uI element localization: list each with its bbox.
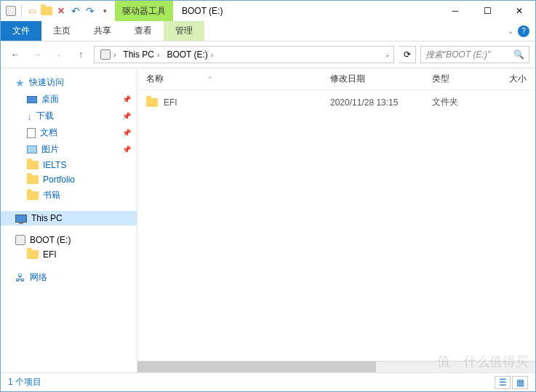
column-headers: 名称⌃ 修改日期 类型 大小 (137, 68, 535, 90)
maximize-button[interactable]: ☐ (471, 1, 503, 21)
horizontal-scrollbar[interactable] (137, 361, 535, 372)
tab-view[interactable]: 查看 (123, 21, 164, 41)
drive-icon (15, 235, 25, 245)
breadcrumb-root-icon[interactable]: › (97, 49, 119, 60)
nav-efi[interactable]: EFI (1, 247, 137, 262)
view-icons-button[interactable]: ▦ (512, 376, 528, 389)
view-details-button[interactable]: ☰ (495, 376, 511, 389)
desktop-icon (27, 96, 37, 103)
collapse-ribbon-icon[interactable]: ⌄ (508, 27, 513, 35)
search-placeholder: 搜索"BOOT (E:)" (425, 49, 490, 61)
pc-icon (15, 215, 27, 223)
search-icon[interactable]: 🔍 (513, 49, 524, 60)
pin-icon: 📌 (122, 129, 131, 137)
drive-icon (5, 5, 17, 17)
file-date: 2020/11/28 13:15 (330, 97, 432, 108)
recent-dropdown-icon[interactable]: ⌄ (50, 46, 68, 63)
col-date[interactable]: 修改日期 (330, 73, 432, 85)
minimize-button[interactable]: ─ (439, 1, 471, 21)
pin-icon: 📌 (122, 145, 131, 153)
navigation-pane: ★快速访问 桌面📌 ↓下载📌 文档📌 图片📌 IELTS Portfolio 书… (1, 68, 137, 372)
tab-manage[interactable]: 管理 (164, 21, 204, 41)
up-button[interactable]: ↑ (72, 46, 89, 63)
nav-documents[interactable]: 文档📌 (1, 124, 137, 141)
tab-share[interactable]: 共享 (82, 21, 123, 41)
redo-icon[interactable]: ↷ (84, 5, 96, 17)
window-controls: ─ ☐ ✕ (439, 1, 535, 21)
close-button[interactable]: ✕ (503, 1, 535, 21)
search-input[interactable]: 搜索"BOOT (E:)" 🔍 (420, 46, 529, 63)
download-icon: ↓ (27, 111, 32, 122)
item-count: 1 个项目 (8, 376, 41, 388)
folder-icon (27, 175, 39, 184)
file-list: EFI 2020/11/28 13:15 文件夹 (137, 90, 535, 361)
title-bar: ▭ ✕ ↶ ↷ ▾ 驱动器工具 BOOT (E:) ─ ☐ ✕ (1, 1, 535, 21)
network-icon: 🖧 (15, 272, 25, 284)
help-icon[interactable]: ? (518, 25, 529, 37)
back-button[interactable]: ← (7, 46, 24, 63)
col-type[interactable]: 类型 (432, 73, 490, 85)
file-name: EFI (164, 97, 177, 108)
picture-icon (27, 145, 37, 153)
breadcrumb-seg-pc[interactable]: This PC› (120, 49, 162, 60)
delete-icon[interactable]: ✕ (55, 5, 67, 17)
address-bar: ← → ⌄ ↑ › This PC› BOOT (E:)› ⌄ ⟳ 搜索"BOO… (1, 41, 535, 68)
folder-icon (146, 98, 158, 107)
ribbon-tabs: 文件 主页 共享 查看 管理 ⌄ ? (1, 21, 535, 41)
tab-home[interactable]: 主页 (41, 21, 82, 41)
folder-icon (27, 191, 39, 200)
pin-icon: 📌 (122, 112, 131, 120)
nav-network[interactable]: 🖧网络 (1, 269, 137, 286)
forward-button[interactable]: → (28, 46, 46, 63)
list-item[interactable]: EFI 2020/11/28 13:15 文件夹 (137, 93, 535, 111)
nav-portfolio[interactable]: Portfolio (1, 172, 137, 187)
nav-downloads[interactable]: ↓下载📌 (1, 108, 137, 124)
refresh-button[interactable]: ⟳ (399, 46, 416, 63)
document-icon (27, 128, 36, 138)
qat-dropdown-icon[interactable]: ▾ (99, 5, 111, 17)
nav-this-pc[interactable]: This PC (1, 211, 137, 225)
file-type: 文件夹 (432, 96, 490, 108)
star-icon: ★ (15, 77, 25, 89)
nav-ielts[interactable]: IELTS (1, 158, 137, 172)
content-pane: 名称⌃ 修改日期 类型 大小 EFI 2020/11/28 13:15 文件夹 (137, 68, 535, 372)
separator (21, 5, 22, 17)
tab-file[interactable]: 文件 (1, 21, 41, 41)
breadcrumb-seg-boot[interactable]: BOOT (E:)› (164, 49, 216, 60)
nav-books[interactable]: 书籍 (1, 187, 137, 204)
new-folder-icon[interactable] (41, 5, 52, 17)
properties-icon[interactable]: ▭ (26, 5, 38, 17)
status-bar: 1 个项目 ☰ ▦ (1, 372, 535, 391)
context-tab-label: 驱动器工具 (115, 1, 173, 21)
quick-access-toolbar: ▭ ✕ ↶ ↷ ▾ (1, 1, 115, 21)
sort-indicator-icon: ⌃ (207, 76, 213, 83)
nav-quick-access[interactable]: ★快速访问 (1, 74, 137, 91)
col-size[interactable]: 大小 (490, 73, 527, 85)
folder-icon (27, 161, 39, 169)
breadcrumb[interactable]: › This PC› BOOT (E:)› ⌄ (94, 46, 394, 63)
nav-boot[interactable]: BOOT (E:) (1, 233, 137, 247)
breadcrumb-dropdown-icon[interactable]: ⌄ (385, 51, 391, 58)
nav-pictures[interactable]: 图片📌 (1, 141, 137, 158)
window-title: BOOT (E:) (173, 1, 231, 21)
col-name[interactable]: 名称⌃ (146, 73, 330, 85)
pin-icon: 📌 (122, 95, 131, 103)
folder-icon (27, 250, 39, 259)
nav-desktop[interactable]: 桌面📌 (1, 91, 137, 108)
undo-icon[interactable]: ↶ (70, 5, 81, 17)
